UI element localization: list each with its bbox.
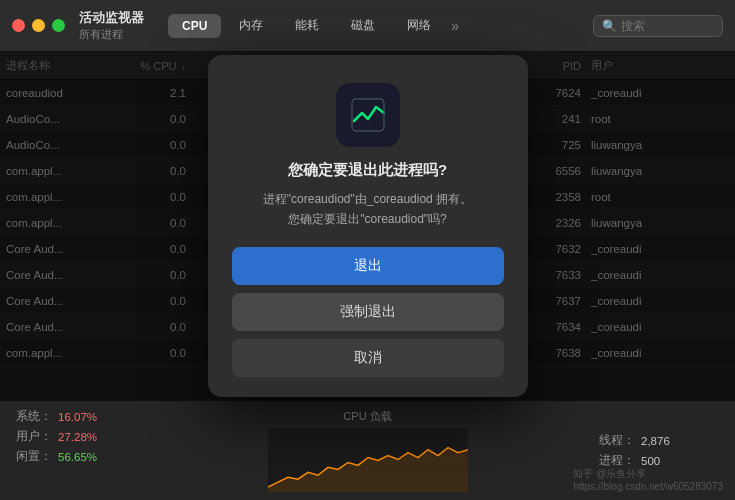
- search-box[interactable]: 🔍: [593, 15, 723, 37]
- modal-buttons: 退出 强制退出 取消: [232, 247, 504, 377]
- modal-overlay: 您确定要退出此进程吗? 进程"coreaudiod"由_coreaudiod 拥…: [0, 52, 735, 400]
- tab-energy[interactable]: 能耗: [281, 12, 333, 39]
- cancel-button[interactable]: 取消: [232, 339, 504, 377]
- modal-icon: [336, 83, 400, 147]
- tab-bar: CPU 内存 能耗 磁盘 网络 »: [168, 12, 459, 39]
- modal-dialog: 您确定要退出此进程吗? 进程"coreaudiod"由_coreaudiod 拥…: [208, 55, 528, 396]
- user-value: 27.28%: [58, 431, 97, 443]
- process-label: 进程：: [599, 453, 635, 468]
- app-subtitle: 所有进程: [79, 27, 144, 42]
- process-value: 500: [641, 455, 660, 467]
- app-title: 活动监视器: [79, 9, 144, 27]
- sys-value: 16.07%: [58, 411, 97, 423]
- tab-memory[interactable]: 内存: [225, 12, 277, 39]
- modal-desc: 进程"coreaudiod"由_coreaudiod 拥有。 您确定要退出"co…: [263, 190, 472, 228]
- thread-row: 线程： 2,876: [599, 433, 719, 448]
- thread-label: 线程：: [599, 433, 635, 448]
- user-row: 用户： 27.28%: [16, 429, 136, 444]
- user-label: 用户：: [16, 429, 52, 444]
- app-title-area: 活动监视器 所有进程: [79, 9, 144, 42]
- close-button[interactable]: [12, 19, 25, 32]
- idle-label: 闲置：: [16, 449, 52, 464]
- maximize-button[interactable]: [52, 19, 65, 32]
- idle-row: 闲置： 56.65%: [16, 449, 136, 464]
- sys-row: 系统： 16.07%: [16, 409, 136, 424]
- thread-value: 2,876: [641, 435, 670, 447]
- cpu-graph: [268, 428, 468, 492]
- cpu-load-label: CPU 负载: [343, 409, 391, 424]
- sys-label: 系统：: [16, 409, 52, 424]
- tab-disk[interactable]: 磁盘: [337, 12, 389, 39]
- search-input[interactable]: [621, 19, 714, 33]
- quit-button[interactable]: 退出: [232, 247, 504, 285]
- tab-cpu[interactable]: CPU: [168, 14, 221, 38]
- modal-title: 您确定要退出此进程吗?: [288, 161, 447, 180]
- status-center: CPU 负载: [156, 409, 579, 492]
- tab-network[interactable]: 网络: [393, 12, 445, 39]
- idle-value: 56.65%: [58, 451, 97, 463]
- window-buttons: [12, 19, 65, 32]
- status-bar: 系统： 16.07% 用户： 27.28% 闲置： 56.65% CPU 负载 …: [0, 400, 735, 500]
- search-icon: 🔍: [602, 19, 617, 33]
- tab-more-icon[interactable]: »: [451, 18, 459, 34]
- force-quit-button[interactable]: 强制退出: [232, 293, 504, 331]
- minimize-button[interactable]: [32, 19, 45, 32]
- status-left: 系统： 16.07% 用户： 27.28% 闲置： 56.65%: [16, 409, 136, 492]
- titlebar: 活动监视器 所有进程 CPU 内存 能耗 磁盘 网络 » 🔍: [0, 0, 735, 52]
- watermark: 知乎 @乐鱼分享https://blog.csdn.net/w605283073: [573, 467, 723, 492]
- process-row: 进程： 500: [599, 453, 719, 468]
